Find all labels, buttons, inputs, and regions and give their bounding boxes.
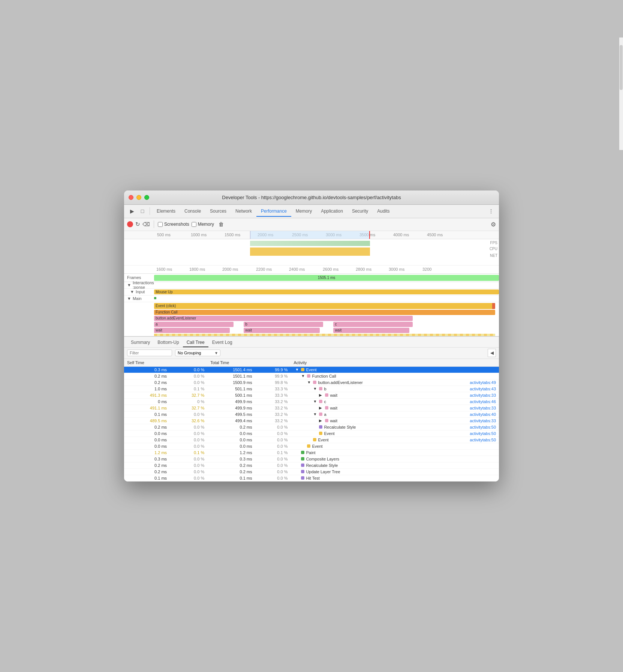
close-button[interactable] bbox=[129, 195, 133, 200]
trash-button[interactable]: 🗑 bbox=[219, 221, 224, 227]
table-row[interactable]: 0.2 ms0.0 %0.2 ms0.0 %Recalculate Stylea… bbox=[124, 424, 499, 430]
activity-link[interactable]: activitytabs:33 bbox=[470, 393, 496, 398]
activity-link[interactable]: activitytabs:43 bbox=[470, 387, 496, 391]
timeline-selection[interactable] bbox=[250, 231, 370, 239]
ruler-tick-4000: 4000 ms bbox=[393, 232, 409, 237]
event-click-bar[interactable]: Event (click) bbox=[154, 303, 495, 309]
clear-button[interactable]: ⌫ bbox=[142, 221, 150, 227]
maximize-button[interactable] bbox=[144, 195, 149, 200]
tab-memory[interactable]: Memory bbox=[291, 206, 316, 217]
table-row[interactable]: 0.3 ms0.0 %0.3 ms0.0 %Composite Layers bbox=[124, 456, 499, 462]
activity-link[interactable]: activitytabs:46 bbox=[470, 399, 496, 404]
self-time-cell: 0.2 ms bbox=[124, 380, 170, 386]
screenshots-checkbox[interactable] bbox=[158, 222, 163, 227]
record-button[interactable] bbox=[127, 221, 133, 227]
self-time-cell: 489.5 ms bbox=[124, 418, 170, 424]
tab-bottom-up[interactable]: Bottom-Up bbox=[154, 338, 183, 347]
activity-link[interactable]: activitytabs:33 bbox=[470, 406, 496, 410]
tab-summary[interactable]: Summary bbox=[127, 338, 154, 347]
expand-icon[interactable]: ▼ bbox=[313, 412, 317, 416]
tab-application[interactable]: Application bbox=[316, 206, 347, 217]
tab-elements[interactable]: Elements bbox=[152, 206, 180, 217]
activity-link[interactable]: activitytabs:33 bbox=[470, 418, 496, 423]
upper-ruler: 500 ms 1000 ms 1500 ms 2000 ms 2500 ms 3… bbox=[124, 231, 499, 239]
expand-icon[interactable]: ▶ bbox=[319, 406, 323, 410]
activity-cell: ▼Event bbox=[291, 367, 499, 373]
expand-icon[interactable]: ▼ bbox=[313, 399, 317, 404]
activity-name: button.addEventListener bbox=[318, 380, 362, 385]
self-pct-cell: 0.1 % bbox=[170, 450, 207, 456]
table-row[interactable]: 0.2 ms0.0 %0.2 ms0.0 %Recalculate Style bbox=[124, 462, 499, 469]
activity-link[interactable]: activitytabs:50 bbox=[470, 425, 496, 429]
function-call-bar[interactable]: Function Call bbox=[154, 310, 495, 315]
grouping-select[interactable]: No Grouping Group by Activity Group by C… bbox=[175, 350, 220, 356]
dock-icon[interactable]: □ bbox=[138, 206, 147, 216]
activity-link[interactable]: activitytabs:49 bbox=[470, 380, 496, 385]
data-table-container[interactable]: Self Time Total Time Activity 0.3 ms0.0 … bbox=[124, 359, 499, 482]
total-pct-cell: 33.3 % bbox=[255, 392, 291, 399]
expand-icon[interactable]: ▼ bbox=[295, 368, 300, 372]
wait-a-bar[interactable]: wait bbox=[154, 328, 230, 333]
collapse-button[interactable]: ◀ bbox=[488, 349, 496, 357]
tab-security[interactable]: Security bbox=[347, 206, 373, 217]
tab-performance[interactable]: Performance bbox=[256, 206, 291, 217]
expand-icon[interactable]: ▼ bbox=[307, 380, 312, 384]
activity-link[interactable]: activitytabs:40 bbox=[470, 412, 496, 417]
activity-cell: ▼button.addEventListeneractivitytabs:49 bbox=[291, 380, 499, 386]
self-time-cell: 0.0 ms bbox=[124, 430, 170, 437]
table-row[interactable]: 489.5 ms32.6 %499.4 ms33.2 %▶waitactivit… bbox=[124, 418, 499, 424]
screenshots-checkbox-label[interactable]: Screenshots bbox=[158, 222, 189, 227]
total-time-cell: 0.2 ms bbox=[207, 469, 255, 475]
tab-network[interactable]: Network bbox=[231, 206, 256, 217]
expand-icon[interactable]: ▶ bbox=[319, 393, 323, 397]
memory-checkbox[interactable] bbox=[192, 222, 196, 227]
activity-name: Event bbox=[318, 438, 328, 442]
expand-icon[interactable]: ▶ bbox=[319, 418, 323, 423]
tab-call-tree[interactable]: Call Tree bbox=[183, 338, 208, 347]
table-row[interactable]: 0.0 ms0.0 %0.0 ms0.0 %Eventactivitytabs:… bbox=[124, 430, 499, 437]
tab-audits[interactable]: Audits bbox=[373, 206, 394, 217]
wait-b-bar[interactable]: wait bbox=[244, 328, 319, 333]
main-toolbar: ▶ □ Elements Console Sources Network Per… bbox=[124, 205, 499, 218]
more-icon[interactable]: ⋮ bbox=[486, 206, 496, 216]
table-row[interactable]: 0.0 ms0.0 %0.0 ms0.0 %Eventactivitytabs:… bbox=[124, 437, 499, 443]
table-row[interactable]: 0.2 ms0.0 %1500.9 ms99.8 %▼button.addEve… bbox=[124, 380, 499, 386]
settings-icon[interactable]: ⚙ bbox=[491, 221, 496, 228]
table-row[interactable]: 0.1 ms0.0 %499.5 ms33.2 %▼aactivitytabs:… bbox=[124, 411, 499, 418]
table-row[interactable]: 0 ms0 %499.9 ms33.2 %▼cactivitytabs:46 bbox=[124, 399, 499, 405]
tab-sources[interactable]: Sources bbox=[205, 206, 231, 217]
total-pct-cell: 0.0 % bbox=[255, 462, 291, 469]
b-bar[interactable]: b bbox=[244, 322, 323, 327]
a-bar[interactable]: a bbox=[154, 322, 234, 327]
table-row[interactable]: 0.0 ms0.0 %0.0 ms0.0 %Event bbox=[124, 443, 499, 450]
filter-input[interactable] bbox=[127, 350, 172, 356]
total-pct-cell: 99.9 % bbox=[255, 373, 291, 380]
table-row[interactable]: 0.3 ms0.0 %1501.4 ms99.9 %▼Event bbox=[124, 366, 499, 373]
memory-checkbox-label[interactable]: Memory bbox=[192, 222, 214, 227]
minimize-button[interactable] bbox=[136, 195, 141, 200]
expand-icon[interactable]: ▼ bbox=[301, 374, 306, 378]
wait-c-bar[interactable]: wait bbox=[333, 328, 409, 333]
total-pct-cell: 0.0 % bbox=[255, 475, 291, 482]
activity-cell: ▼bactivitytabs:43 bbox=[291, 386, 499, 392]
expand-icon[interactable]: ▼ bbox=[313, 387, 317, 391]
total-pct-cell: 0.0 % bbox=[255, 430, 291, 437]
add-event-listener-bar[interactable]: button.addEventListener bbox=[154, 316, 413, 321]
tab-event-log[interactable]: Event Log bbox=[208, 338, 236, 347]
table-row[interactable]: 1.2 ms0.1 %1.2 ms0.1 %Paint bbox=[124, 450, 499, 456]
table-row[interactable]: 0.1 ms0.0 %0.1 ms0.0 %Hit Test bbox=[124, 475, 499, 482]
main-green-bar bbox=[154, 297, 156, 299]
table-row[interactable]: 491.1 ms32.7 %499.9 ms33.2 %▶waitactivit… bbox=[124, 405, 499, 411]
c-bar[interactable]: c bbox=[333, 322, 413, 327]
activity-cell: Event bbox=[291, 443, 499, 450]
table-row[interactable]: 0.2 ms0.0 %1501.1 ms99.9 %▼Function Call bbox=[124, 373, 499, 380]
reload-button[interactable]: ↻ bbox=[135, 221, 140, 228]
activity-link[interactable]: activitytabs:50 bbox=[470, 438, 496, 442]
activity-link[interactable]: activitytabs:50 bbox=[470, 431, 496, 436]
table-row[interactable]: 1.0 ms0.1 %501.1 ms33.3 %▼bactivitytabs:… bbox=[124, 386, 499, 392]
table-row[interactable]: 491.3 ms32.7 %500.1 ms33.3 %▶waitactivit… bbox=[124, 392, 499, 399]
table-row[interactable]: 0.2 ms0.0 %0.2 ms0.0 %Update Layer Tree bbox=[124, 469, 499, 475]
cursor-icon[interactable]: ▶ bbox=[127, 206, 137, 216]
tab-console[interactable]: Console bbox=[180, 206, 205, 217]
activity-color-dot bbox=[301, 464, 304, 467]
